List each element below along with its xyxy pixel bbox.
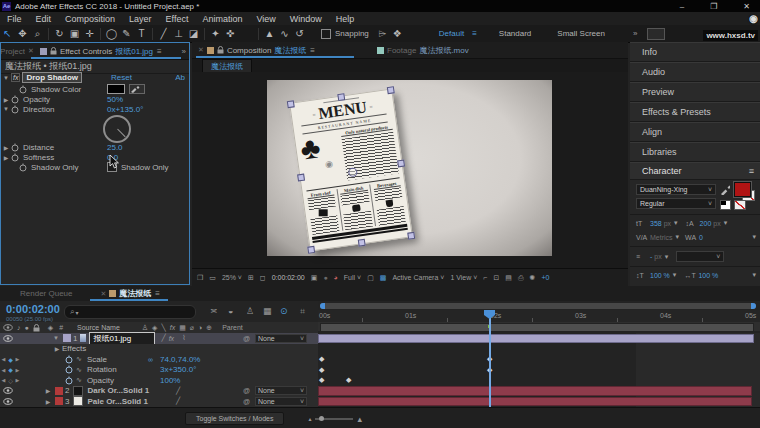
layer-label-chip[interactable] xyxy=(55,397,63,405)
comp-panel-menu-icon[interactable]: ≡ xyxy=(310,46,315,55)
distance-twirl-icon[interactable]: ▶ xyxy=(1,144,11,151)
shape-tool[interactable]: ◯ xyxy=(104,28,119,39)
magnification-select[interactable]: 25% ˅ xyxy=(222,274,242,281)
prev-keyframe-icon[interactable]: ◀ xyxy=(0,367,7,373)
menu-animation[interactable]: Animation xyxy=(195,14,249,24)
selection-handle[interactable] xyxy=(387,86,395,94)
render-queue-tab[interactable]: Render Queue xyxy=(20,289,72,298)
next-keyframe-icon[interactable]: ▶ xyxy=(14,377,21,383)
selection-handle[interactable] xyxy=(337,93,345,101)
menu-file[interactable]: File xyxy=(0,14,29,24)
fill-color-swatch[interactable] xyxy=(734,182,751,197)
exposure-value[interactable]: +0 xyxy=(541,274,549,281)
project-tab-close-icon[interactable]: ✕ xyxy=(28,47,34,55)
menu-composition[interactable]: Composition xyxy=(58,14,122,24)
quality-switch[interactable]: ╱ xyxy=(176,397,180,405)
footage-tab-target[interactable]: 魔法报纸.mov xyxy=(419,45,468,56)
leading-value[interactable]: 200 xyxy=(700,220,712,227)
font-family-select[interactable]: DuanNing-Xing˅ xyxy=(636,184,716,195)
shadow-color-swatch[interactable] xyxy=(107,84,125,94)
scale-link-icon[interactable]: ∞ xyxy=(148,356,153,363)
pen-tool[interactable]: ✎ xyxy=(119,28,134,39)
channel-icon[interactable]: ◕ xyxy=(334,274,338,281)
selection-handle[interactable] xyxy=(397,160,405,168)
layer-name[interactable]: Pale Or...Solid 1 xyxy=(87,397,147,406)
effect-clip-icon[interactable]: ⌇ xyxy=(182,334,185,342)
opacity-prop-value[interactable]: 100% xyxy=(160,376,180,385)
timeline-tab-menu-icon[interactable]: ≡ xyxy=(155,289,160,298)
snapshot-camera-icon[interactable]: ▣ xyxy=(311,274,318,282)
current-timecode[interactable]: 0:00:02:00 xyxy=(6,303,60,315)
workspace-standard[interactable]: Standard xyxy=(499,29,531,38)
camera-tool[interactable]: ▣ xyxy=(67,28,82,39)
eye-icon[interactable] xyxy=(3,335,13,342)
parent-pick-whip-icon[interactable]: @ xyxy=(243,387,250,394)
selection-handle[interactable] xyxy=(297,174,305,182)
project-tab[interactable]: Project xyxy=(1,47,25,56)
region-of-interest-icon[interactable]: ▢ xyxy=(367,274,374,282)
panel-info[interactable]: Info xyxy=(630,42,760,62)
keyframe-at-time-icon[interactable]: ◆ xyxy=(7,356,14,363)
minimize-button[interactable]: – xyxy=(680,2,684,11)
eye-icon[interactable] xyxy=(3,387,13,394)
timeline-zoom-slider[interactable] xyxy=(315,418,353,420)
comp-current-time[interactable]: 0:00:02:00 xyxy=(272,274,305,281)
tab-overflow-icon[interactable]: » xyxy=(182,47,186,56)
timeline-tab[interactable]: 魔法报纸 xyxy=(119,288,151,299)
stopwatch-icon[interactable] xyxy=(19,163,27,172)
panel-effects-presets[interactable]: Effects & Presets xyxy=(630,102,760,122)
effect-name[interactable]: Drop Shadow xyxy=(22,72,82,83)
selection-handle[interactable] xyxy=(358,239,366,247)
layer-parent-select[interactable]: None˅ xyxy=(255,334,307,343)
character-menu-icon[interactable]: ≡ xyxy=(749,166,754,176)
composition-tab-title[interactable]: Composition xyxy=(227,46,271,55)
direction-twirl-icon[interactable]: ▼ xyxy=(1,106,11,112)
scale-value[interactable]: 74.0,74.0% xyxy=(160,355,200,364)
workspace-small-screen[interactable]: Small Screen xyxy=(557,29,605,38)
pan-behind-tool[interactable]: ✛ xyxy=(82,28,97,39)
toggle-switches-button[interactable]: Toggle Switches / Modes xyxy=(185,412,284,425)
quality-switch[interactable]: ╱ xyxy=(161,334,165,342)
effect-controls-tab-title[interactable]: Effect Controls xyxy=(60,47,112,56)
stopwatch-icon[interactable] xyxy=(65,365,73,374)
puppet-pin-tool[interactable]: ✜ xyxy=(223,28,238,39)
layer-label-chip[interactable] xyxy=(63,334,71,342)
effect-about-link[interactable]: Ab xyxy=(175,73,185,82)
graph-toggle-icon[interactable]: ∿ xyxy=(76,366,82,374)
panel-preview[interactable]: Preview xyxy=(630,82,760,102)
workspace-menu-icon[interactable]: ≡ xyxy=(472,29,477,38)
fx-switch[interactable]: fx xyxy=(169,335,174,342)
playhead-line[interactable] xyxy=(489,310,491,407)
font-style-select[interactable]: Regular˅ xyxy=(636,198,716,209)
primary-viewer-icon[interactable]: ▭ xyxy=(209,274,216,282)
softness-twirl-icon[interactable]: ▶ xyxy=(1,154,11,161)
opacity-twirl-icon[interactable]: ▶ xyxy=(1,96,11,103)
clone-stamp-tool[interactable]: ⊥ xyxy=(171,28,186,39)
resolution-select[interactable]: Full ˅ xyxy=(344,274,361,281)
stopwatch-icon[interactable] xyxy=(19,85,27,94)
flowchart-button-icon[interactable]: ⎙ xyxy=(518,274,524,282)
layer-twirl-icon[interactable]: ▶ xyxy=(43,398,53,405)
zoom-out-timeline-icon[interactable]: ▴ xyxy=(308,415,311,422)
layer-parent-select[interactable]: None˅ xyxy=(255,397,307,406)
menu-view[interactable]: View xyxy=(249,14,282,24)
stopwatch-icon[interactable] xyxy=(11,143,19,152)
menu-help[interactable]: Help xyxy=(329,14,362,24)
parent-pick-whip-icon[interactable]: @ xyxy=(243,335,250,342)
stroke-width-value[interactable]: - xyxy=(650,253,652,260)
brush-tool[interactable]: ╱ xyxy=(156,28,171,39)
selection-handle[interactable] xyxy=(307,246,315,254)
stopwatch-icon[interactable] xyxy=(11,105,19,114)
snapping-checkbox[interactable] xyxy=(321,29,331,39)
timeline-tab-close-icon[interactable]: ✕ xyxy=(100,290,106,298)
effect-controls-tab-target[interactable]: 报纸01.jpg xyxy=(115,46,153,57)
direction-dial[interactable] xyxy=(103,115,131,143)
maximize-button[interactable]: ❐ xyxy=(710,2,717,11)
opacity-value[interactable]: 50% xyxy=(107,95,123,104)
comp-viewer[interactable]: ≈ MENU ≈ RESTAURANT NAME ♣ ◉ Only natura… xyxy=(192,72,628,268)
parent-column-header[interactable]: Parent xyxy=(222,324,243,331)
opacity-keyframe[interactable]: ◆ xyxy=(346,376,351,384)
panel-character[interactable]: Character ≡ xyxy=(630,162,760,180)
menu-layer[interactable]: Layer xyxy=(122,14,159,24)
panel-align[interactable]: Align xyxy=(630,122,760,142)
